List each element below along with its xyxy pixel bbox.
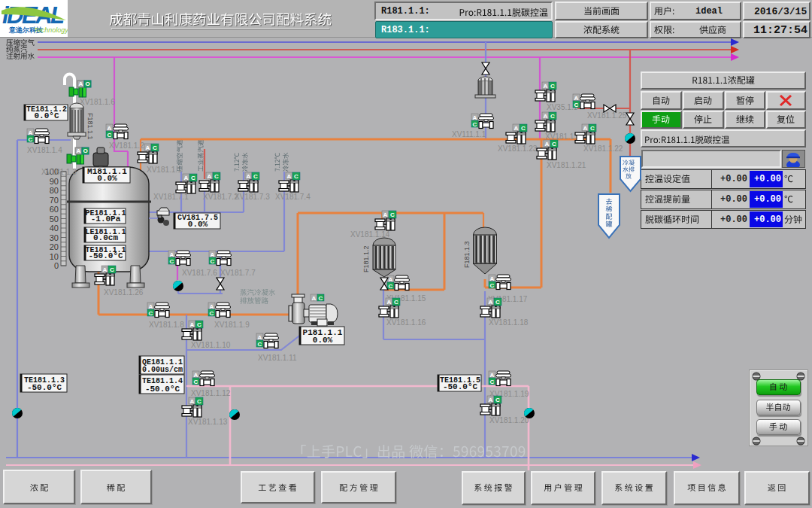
svg-text:O: O	[83, 148, 87, 154]
svg-text:-50.0°C: -50.0°C	[27, 383, 62, 392]
svg-text:XV181.7.1: XV181.7.1	[153, 193, 189, 201]
svg-text:XV181.1.21: XV181.1.21	[547, 161, 586, 169]
svg-text:F181.1.3: F181.1.3	[463, 241, 471, 268]
svg-text:F181.1.2: F181.1.2	[362, 245, 370, 272]
svg-text:XV181.1.20: XV181.1.20	[489, 416, 529, 424]
svg-text:40: 40	[50, 224, 59, 233]
svg-text:XV111.1.1: XV111.1.1	[452, 130, 486, 138]
svg-text:XV181.1.1: XV181.1.1	[147, 166, 182, 174]
svg-text:0.0°C: 0.0°C	[34, 111, 59, 120]
svg-text:50: 50	[50, 214, 59, 224]
svg-text:XV181.1.10: XV181.1.10	[191, 341, 231, 349]
svg-text:XV181.1.25: XV181.1.25	[587, 111, 627, 120]
svg-text:0.0%: 0.0%	[188, 220, 208, 229]
svg-text:XV181.1.12: XV181.1.12	[191, 389, 231, 397]
svg-text:30: 30	[50, 233, 59, 242]
svg-text:XV181.1.6: XV181.1.6	[80, 98, 115, 106]
svg-text:XV181.1.8: XV181.1.8	[149, 321, 184, 329]
svg-text:20: 20	[50, 242, 59, 251]
svg-text:A: A	[79, 81, 83, 87]
svg-text:XV181.1.11: XV181.1.11	[258, 354, 297, 362]
svg-text:0.0%: 0.0%	[97, 174, 117, 183]
svg-text:O: O	[85, 81, 89, 87]
svg-text:60: 60	[50, 205, 59, 214]
svg-text:XV181.1.3: XV181.1.3	[41, 168, 77, 176]
svg-text:XV181.7.6: XV181.7.6	[182, 269, 217, 277]
svg-text:10: 10	[50, 252, 59, 261]
svg-text:F181.1.1: F181.1.1	[86, 113, 94, 140]
svg-text:XV181.1.23: XV181.1.23	[498, 144, 538, 153]
svg-text:-50.0°C: -50.0°C	[443, 382, 478, 391]
svg-text:XV181.7.3: XV181.7.3	[235, 193, 270, 201]
svg-text:XV181.1.18: XV181.1.18	[489, 318, 529, 327]
svg-text:A: A	[312, 295, 317, 302]
svg-text:-50.0°C: -50.0°C	[88, 251, 123, 260]
svg-text:0.0cm: 0.0cm	[93, 233, 118, 242]
svg-text:XV181.1.13: XV181.1.13	[188, 418, 228, 426]
svg-text:80: 80	[50, 186, 59, 195]
svg-text:XV181.1.26: XV181.1.26	[104, 288, 144, 297]
svg-text:0.0%: 0.0%	[313, 336, 333, 345]
svg-text:-1.0Pa: -1.0Pa	[91, 214, 121, 224]
svg-text:0.00us/cm: 0.00us/cm	[142, 366, 183, 374]
svg-text:XV181.7.4: XV181.7.4	[275, 193, 311, 201]
svg-text:90: 90	[50, 177, 59, 186]
svg-text:-50.0°C: -50.0°C	[145, 385, 180, 394]
svg-text:A: A	[77, 148, 81, 154]
svg-text:XV181.1.22: XV181.1.22	[583, 144, 623, 153]
svg-text:XV181.1.14: XV181.1.14	[350, 230, 390, 239]
svg-text:XV181.1.16: XV181.1.16	[386, 318, 426, 327]
svg-text:XV181.1.2: XV181.1.2	[109, 141, 144, 150]
svg-text:QE181.1.1: QE181.1.1	[142, 358, 183, 367]
svg-text:C: C	[319, 295, 323, 302]
svg-text:XV181.7.7: XV181.7.7	[220, 269, 256, 277]
svg-text:70: 70	[50, 196, 59, 205]
svg-text:XV181.1.4: XV181.1.4	[27, 146, 62, 154]
svg-text:0: 0	[54, 261, 59, 270]
svg-text:XV181.7.2: XV181.7.2	[203, 193, 238, 201]
svg-text:XV181.1.9: XV181.1.9	[214, 321, 250, 329]
